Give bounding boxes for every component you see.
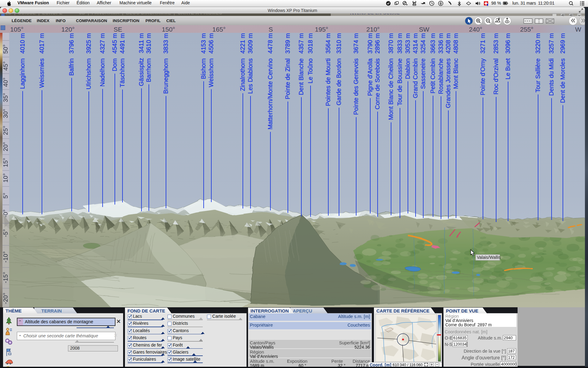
svg-text:Nadelhorn 4327 m: Nadelhorn 4327 m [99, 33, 106, 87]
svg-text:Corne de Sorebois 2896 m: Corne de Sorebois 2896 m [374, 33, 381, 109]
svg-text:Petit Combin 3663 m: Petit Combin 3663 m [429, 33, 436, 94]
svg-text:Pointes de Mourti 3564 m: Pointes de Mourti 3564 m [325, 33, 331, 106]
svg-text:Mont Blanc de Cheilon 3870 m: Mont Blanc de Cheilon 3870 m [387, 33, 394, 120]
svg-text:5°: 5° [2, 193, 9, 198]
svg-text:Gässispitz 3411 m: Gässispitz 3411 m [138, 33, 145, 86]
svg-text:Zinalrothorn 4221 m: Zinalrothorn 4221 m [239, 33, 246, 91]
svg-text:Dom 4545 m: Dom 4545 m [111, 33, 118, 71]
svg-text:20°: 20° [2, 142, 9, 151]
svg-text:Pointe des Genevois 3674 m: Pointe des Genevois 3674 m [352, 33, 359, 115]
svg-text:Weissmies 4017 m: Weissmies 4017 m [38, 33, 45, 88]
svg-text:Pointe d'Orny 3271 m: Pointe d'Orny 3271 m [479, 33, 486, 95]
svg-text:Les Diablons 3609 m: Les Diablons 3609 m [247, 33, 254, 94]
svg-text:Brunegghorn 3833 m: Brunegghorn 3833 m [162, 33, 169, 94]
svg-text:Grand Combin 4314 m: Grand Combin 4314 m [412, 33, 419, 98]
svg-text:Sasseneire 3254 m: Sasseneire 3254 m [420, 33, 426, 89]
svg-text:Lagginhorn 4010 m: Lagginhorn 4010 m [19, 33, 26, 89]
svg-text:Matterhorn/Monte Cervino 4478: Matterhorn/Monte Cervino 4478 m [267, 33, 273, 130]
svg-text:30°: 30° [2, 109, 9, 118]
svg-text:Le Toûno 3018 m: Le Toûno 3018 m [307, 33, 314, 83]
svg-text:Dent Blanche 4357 m: Dent Blanche 4357 m [298, 33, 304, 95]
svg-text:15°: 15° [2, 158, 9, 167]
svg-text:Dents du Midi 3257 m: Dents du Midi 3257 m [548, 33, 555, 96]
svg-text:-5°: -5° [2, 229, 9, 237]
svg-text:40°: 40° [2, 78, 9, 87]
svg-text:Dent de Morcles 2969 m: Dent de Morcles 2969 m [559, 33, 566, 103]
svg-text:Bishorn 4153 m: Bishorn 4153 m [200, 33, 207, 79]
svg-text:50°: 50° [2, 44, 9, 54]
svg-text:Täschhorn 4491 m: Täschhorn 4491 m [119, 33, 126, 87]
svg-text:25°: 25° [2, 126, 9, 135]
svg-text:10°: 10° [2, 173, 9, 182]
svg-text:Tour Sallière 3220 m: Tour Sallière 3220 m [534, 33, 541, 92]
svg-text:Garde de Bordon 3310 m: Garde de Bordon 3310 m [335, 33, 342, 105]
svg-text:Valais/Wallis: Valais/Wallis [477, 255, 501, 260]
svg-text:45°: 45° [2, 61, 9, 71]
svg-text:-0°: -0° [2, 209, 9, 217]
svg-text:-20°: -20° [2, 293, 9, 304]
svg-text:-10°: -10° [2, 251, 9, 263]
svg-text:Pigne d'Arolla 3790 m: Pigne d'Arolla 3790 m [367, 33, 373, 96]
svg-text:-15°: -15° [2, 272, 9, 283]
svg-text:Ulrichshorn 3925 m: Ulrichshorn 3925 m [85, 33, 92, 89]
svg-text:Rosablanche 3336 m: Rosablanche 3336 m [437, 33, 444, 94]
svg-text:Diablon 3053 m: Diablon 3053 m [404, 33, 411, 79]
svg-text:Pointe de Zinal 3789 m: Pointe de Zinal 3789 m [284, 33, 291, 99]
svg-text:Tour de Boussine 3833 m: Tour de Boussine 3833 m [396, 33, 403, 106]
svg-text:Weisshorn 4506 m: Weisshorn 4506 m [208, 33, 214, 87]
svg-text:Grandes Jorasses 4208 m: Grandes Jorasses 4208 m [445, 33, 451, 108]
svg-text:((: (( [450, 1, 451, 3]
svg-text:Le Buet 3096 m: Le Buet 3096 m [504, 33, 511, 79]
svg-text:Balfrin 3796 m: Balfrin 3796 m [68, 33, 75, 76]
svg-text:Roc d'Orzival 2853 m: Roc d'Orzival 2853 m [492, 33, 499, 95]
svg-text:Mont Blanc 4808 m: Mont Blanc 4808 m [452, 33, 459, 89]
svg-text:35°: 35° [2, 93, 9, 102]
svg-text:Barrhorn 3610 m: Barrhorn 3610 m [145, 33, 152, 82]
